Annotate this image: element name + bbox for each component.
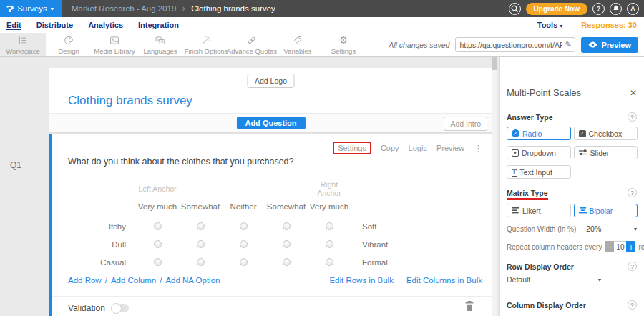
question-settings-link[interactable]: Settings xyxy=(338,144,366,152)
toolbar-item-variables[interactable]: Variables xyxy=(275,33,321,56)
answer-type-text-input[interactable]: T Text Input xyxy=(507,165,571,179)
increment-button[interactable]: + xyxy=(626,241,635,252)
add-column-link[interactable]: Add Column xyxy=(111,276,156,285)
add-intro-button[interactable]: Add Intro xyxy=(444,117,487,131)
radio-option[interactable] xyxy=(240,258,248,266)
repeat-headers-value[interactable]: 10 xyxy=(614,241,626,252)
breadcrumb-parent-link[interactable]: Market Research - Aug 2019 xyxy=(72,4,176,13)
toolbar-item-workspace[interactable]: Workspace xyxy=(0,33,46,56)
answer-type-radio[interactable]: ✓ Radio xyxy=(507,127,571,140)
caret-down-icon[interactable]: ▾ xyxy=(634,226,637,232)
scrollbar-track[interactable] xyxy=(492,57,497,316)
checkbox-icon: ✓ xyxy=(579,130,586,137)
editor-toolbar: Workspace Design Media Library aA Langua… xyxy=(0,33,644,57)
bulk-links: Edit Rows in Bulk Edit Columns in Bulk xyxy=(329,276,482,285)
close-icon[interactable]: ✕ xyxy=(630,88,637,98)
question-width-row: Question Width (in %) 20% ▾ xyxy=(507,224,637,233)
add-na-option-link[interactable]: Add NA Option xyxy=(165,276,220,285)
preview-button[interactable]: Preview xyxy=(581,37,638,53)
row-display-order-select[interactable]: Default ▾ xyxy=(507,275,601,284)
notifications-button[interactable] xyxy=(610,3,622,15)
answer-type-label: Answer Type xyxy=(507,113,553,122)
radio-option[interactable] xyxy=(326,240,333,248)
answer-type-slider[interactable]: Slider xyxy=(574,146,638,159)
toolbar-item-advance-quotas[interactable]: Advance Quotas xyxy=(229,33,275,56)
radio-option[interactable] xyxy=(240,222,248,230)
answer-type-checkbox[interactable]: ✓ Checkbox xyxy=(574,127,638,140)
edit-url-icon[interactable]: ✎ xyxy=(562,40,575,49)
delete-question-button[interactable] xyxy=(465,301,474,314)
survey-url-field[interactable]: https://qa.questionpro.com/t/APNrFZfQ ✎ xyxy=(455,37,575,52)
help-icon[interactable]: ? xyxy=(628,300,637,310)
radio-option[interactable] xyxy=(283,222,291,230)
question-preview-link[interactable]: Preview xyxy=(436,144,464,152)
responses-count[interactable]: Responses: 30 xyxy=(581,21,637,29)
product-switcher[interactable]: Ɂ Surveys ▾ xyxy=(0,0,62,17)
radio-option[interactable] xyxy=(283,240,291,248)
question-copy-link[interactable]: Copy xyxy=(381,144,399,152)
caret-down-icon: ▾ xyxy=(598,277,601,283)
survey-title[interactable]: Clothing brands survey xyxy=(68,94,192,108)
decrement-button[interactable]: − xyxy=(605,241,614,252)
question-width-value[interactable]: 20% xyxy=(586,224,601,233)
add-links: Add Row / Add Column / Add NA Option xyxy=(68,276,220,285)
kebab-menu-icon[interactable]: ⋮ xyxy=(474,143,483,154)
radio-option[interactable] xyxy=(326,258,333,266)
edit-columns-bulk-link[interactable]: Edit Columns in Bulk xyxy=(406,276,482,285)
toolbar-item-design[interactable]: Design xyxy=(46,33,92,56)
radio-option[interactable] xyxy=(283,258,291,266)
toolbar-item-label: Workspace xyxy=(6,47,39,55)
option-label: Dropdown xyxy=(522,149,556,157)
option-label: Checkbox xyxy=(589,129,623,138)
radio-option[interactable] xyxy=(197,258,205,266)
slider-icon xyxy=(579,149,587,157)
add-question-button[interactable]: Add Question xyxy=(236,117,305,129)
upgrade-now-button[interactable]: Upgrade Now xyxy=(526,3,587,15)
edit-rows-bulk-link[interactable]: Edit Rows in Bulk xyxy=(329,276,393,285)
radio-option[interactable] xyxy=(240,240,248,248)
column-header-row: Very much Somewhat Neither Somewhat Very… xyxy=(68,196,429,217)
tab-distribute[interactable]: Distribute xyxy=(36,21,73,29)
tab-analytics[interactable]: Analytics xyxy=(88,21,123,29)
row-display-order-value: Default xyxy=(507,275,530,284)
question-text[interactable]: What do you think about the clothes that… xyxy=(68,157,294,167)
avatar[interactable]: A xyxy=(627,3,639,15)
matrix-type-likert[interactable]: Likert xyxy=(507,204,571,217)
help-icon[interactable]: ? xyxy=(628,262,637,271)
answer-type-dropdown[interactable]: ▾ Dropdown xyxy=(507,146,571,159)
chain-links-icon xyxy=(246,35,258,46)
toolbar-item-label: Variables xyxy=(284,47,312,55)
survey-url-value[interactable]: https://qa.questionpro.com/t/APNrFZfQ xyxy=(456,41,562,49)
tools-menu[interactable]: Tools ▾ xyxy=(537,21,563,29)
search-icon xyxy=(511,5,519,13)
question-logic-link[interactable]: Logic xyxy=(409,144,427,152)
text-input-icon: T xyxy=(512,168,517,177)
tab-integration[interactable]: Integration xyxy=(138,21,179,29)
validation-toggle[interactable] xyxy=(112,304,129,312)
help-icon[interactable]: ? xyxy=(628,112,637,122)
radio-option[interactable] xyxy=(197,222,205,230)
annotation-highlight-box: Settings xyxy=(333,142,371,154)
matrix-type-bipolar[interactable]: Bipolar xyxy=(574,204,638,217)
search-button[interactable] xyxy=(509,3,521,15)
annotation-underline xyxy=(507,198,548,200)
radio-option[interactable] xyxy=(154,240,162,248)
radio-option[interactable] xyxy=(197,240,205,248)
bipolar-matrix: Left Anchor Right Anchor Very much Somew… xyxy=(68,180,429,271)
column-header: Very much xyxy=(310,202,348,211)
help-icon[interactable]: ? xyxy=(628,188,637,197)
toolbar-item-settings[interactable]: ⚙ Settings xyxy=(321,33,366,56)
radio-option[interactable] xyxy=(154,222,162,230)
add-logo-button[interactable]: Add Logo xyxy=(247,74,295,88)
add-row-link[interactable]: Add Row xyxy=(68,276,102,285)
tag-icon xyxy=(292,35,303,46)
help-button[interactable]: ? xyxy=(592,3,605,15)
radio-option[interactable] xyxy=(154,258,162,266)
tab-edit[interactable]: Edit xyxy=(6,21,21,29)
toolbar-item-media-library[interactable]: Media Library xyxy=(92,33,137,56)
toolbar-item-languages[interactable]: aA Languages xyxy=(137,33,183,56)
radio-option[interactable] xyxy=(326,222,333,230)
toolbar-item-finish-options[interactable]: Finish Options xyxy=(183,33,229,56)
caret-down-icon: ▾ xyxy=(560,23,562,29)
scrollbar-thumb[interactable] xyxy=(492,57,497,70)
